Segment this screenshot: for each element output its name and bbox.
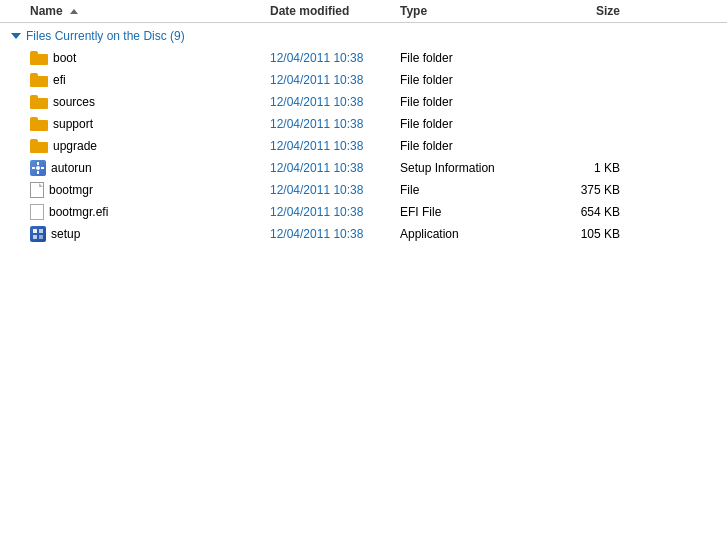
table-row[interactable]: autorun12/04/2011 10:38Setup Information…: [0, 157, 727, 179]
file-date-cell: 12/04/2011 10:38: [270, 139, 400, 153]
svg-rect-3: [32, 167, 35, 169]
file-type-cell: File folder: [400, 73, 540, 87]
file-name-label: bootmgr.efi: [49, 205, 108, 219]
file-name-label: support: [53, 117, 93, 131]
file-name-cell: bootmgr.efi: [30, 204, 270, 220]
folder-icon: [30, 95, 48, 109]
col-date-header[interactable]: Date modified: [270, 4, 400, 18]
col-name-label: Name: [30, 4, 63, 18]
svg-rect-5: [33, 229, 37, 233]
file-type-cell: File: [400, 183, 540, 197]
file-name-label: autorun: [51, 161, 92, 175]
folder-icon: [30, 51, 48, 65]
application-icon: [30, 226, 46, 242]
file-name-label: sources: [53, 95, 95, 109]
file-name-cell: setup: [30, 226, 270, 242]
file-date-cell: 12/04/2011 10:38: [270, 51, 400, 65]
file-type-cell: Setup Information: [400, 161, 540, 175]
file-name-label: bootmgr: [49, 183, 93, 197]
svg-rect-6: [39, 229, 43, 233]
svg-rect-2: [37, 171, 39, 174]
svg-rect-7: [33, 235, 37, 239]
col-size-header[interactable]: Size: [540, 4, 620, 18]
file-icon: [30, 182, 44, 198]
table-row[interactable]: bootmgr.efi12/04/2011 10:38EFI File654 K…: [0, 201, 727, 223]
efi-file-icon: [30, 204, 44, 220]
file-name-cell: bootmgr: [30, 182, 270, 198]
file-name-label: boot: [53, 51, 76, 65]
file-name-label: efi: [53, 73, 66, 87]
file-name-cell: support: [30, 117, 270, 131]
table-row[interactable]: sources12/04/2011 10:38File folder: [0, 91, 727, 113]
file-name-cell: autorun: [30, 160, 270, 176]
file-name-cell: upgrade: [30, 139, 270, 153]
svg-rect-4: [41, 167, 44, 169]
table-row[interactable]: boot12/04/2011 10:38File folder: [0, 47, 727, 69]
file-name-cell: efi: [30, 73, 270, 87]
svg-rect-8: [39, 235, 43, 239]
file-date-cell: 12/04/2011 10:38: [270, 117, 400, 131]
col-name-header[interactable]: Name: [30, 4, 270, 18]
file-rows-container: boot12/04/2011 10:38File folderefi12/04/…: [0, 47, 727, 245]
file-size-cell: 654 KB: [540, 205, 620, 219]
folder-icon: [30, 139, 48, 153]
file-type-cell: File folder: [400, 95, 540, 109]
file-name-cell: sources: [30, 95, 270, 109]
file-type-cell: Application: [400, 227, 540, 241]
table-row[interactable]: support12/04/2011 10:38File folder: [0, 113, 727, 135]
table-row[interactable]: setup12/04/2011 10:38Application105 KB: [0, 223, 727, 245]
file-date-cell: 12/04/2011 10:38: [270, 183, 400, 197]
col-type-header[interactable]: Type: [400, 4, 540, 18]
file-date-cell: 12/04/2011 10:38: [270, 161, 400, 175]
file-date-cell: 12/04/2011 10:38: [270, 95, 400, 109]
triangle-down-icon: [11, 33, 21, 39]
file-type-cell: File folder: [400, 139, 540, 153]
group-header[interactable]: Files Currently on the Disc (9): [0, 23, 727, 47]
collapse-icon: [10, 30, 22, 42]
file-date-cell: 12/04/2011 10:38: [270, 227, 400, 241]
svg-rect-1: [37, 162, 39, 165]
group-header-label: Files Currently on the Disc (9): [26, 29, 185, 43]
file-type-cell: EFI File: [400, 205, 540, 219]
table-row[interactable]: upgrade12/04/2011 10:38File folder: [0, 135, 727, 157]
file-type-cell: File folder: [400, 51, 540, 65]
file-date-cell: 12/04/2011 10:38: [270, 73, 400, 87]
folder-icon: [30, 73, 48, 87]
table-row[interactable]: bootmgr12/04/2011 10:38File375 KB: [0, 179, 727, 201]
sort-arrow-icon: [70, 9, 78, 14]
folder-icon: [30, 117, 48, 131]
file-date-cell: 12/04/2011 10:38: [270, 205, 400, 219]
table-row[interactable]: efi12/04/2011 10:38File folder: [0, 69, 727, 91]
file-list: Files Currently on the Disc (9) boot12/0…: [0, 23, 727, 543]
file-size-cell: 375 KB: [540, 183, 620, 197]
file-name-cell: boot: [30, 51, 270, 65]
svg-point-0: [36, 166, 40, 170]
file-size-cell: 105 KB: [540, 227, 620, 241]
setup-icon: [30, 160, 46, 176]
file-name-label: setup: [51, 227, 80, 241]
file-size-cell: 1 KB: [540, 161, 620, 175]
file-type-cell: File folder: [400, 117, 540, 131]
header-row: Name Date modified Type Size: [0, 0, 727, 23]
file-name-label: upgrade: [53, 139, 97, 153]
